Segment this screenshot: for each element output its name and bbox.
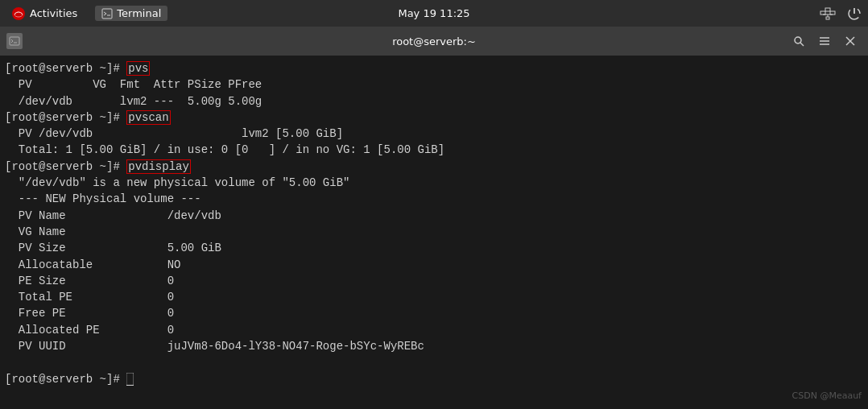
- power-icon[interactable]: [847, 6, 862, 21]
- terminal-window-icon: [6, 33, 23, 49]
- redhat-icon: [11, 6, 26, 21]
- datetime-display: May 19 11:25: [398, 7, 469, 19]
- prompt-final: [root@serverb ~]#: [5, 373, 126, 386]
- svg-line-16: [800, 43, 804, 46]
- watermark: CSDN @Meaauf: [792, 390, 862, 403]
- svg-rect-4: [826, 17, 829, 19]
- cmd-pvs: pvs: [126, 61, 150, 76]
- activities-button[interactable]: Activities: [6, 5, 82, 23]
- titlebar-controls: [787, 31, 862, 51]
- system-bar-right: [820, 6, 862, 21]
- svg-point-15: [795, 37, 801, 43]
- terminal-title: root@serverb:~: [392, 35, 476, 48]
- titlebar-left: [6, 33, 23, 49]
- terminal-taskbar-button[interactable]: Terminal: [95, 6, 167, 21]
- search-button[interactable]: [787, 31, 810, 51]
- svg-rect-13: [10, 37, 19, 45]
- search-icon: [793, 35, 804, 47]
- system-bar: Activities Terminal May 19 11:25: [0, 0, 868, 27]
- prompt-3: [root@serverb ~]#: [5, 160, 126, 173]
- terminal-content[interactable]: [root@serverb ~]# pvs PV VG Fmt Attr PSi…: [0, 56, 868, 409]
- system-bar-left: Activities Terminal: [6, 5, 167, 23]
- terminal-taskbar-label: Terminal: [117, 7, 161, 19]
- cmd-pvscan: pvscan: [126, 110, 170, 125]
- terminal-window: root@serverb:~: [0, 27, 868, 409]
- terminal-output: [root@serverb ~]# pvs PV VG Fmt Attr PSi…: [5, 60, 863, 387]
- cursor: █: [126, 373, 133, 386]
- activities-label: Activities: [30, 7, 77, 19]
- svg-rect-9: [825, 8, 830, 11]
- svg-rect-10: [830, 11, 835, 14]
- hamburger-icon: [819, 36, 830, 46]
- svg-rect-2: [102, 9, 112, 19]
- terminal-icon: [101, 8, 113, 19]
- terminal-titlebar: root@serverb:~: [0, 27, 868, 56]
- svg-rect-8: [820, 11, 825, 14]
- menu-button[interactable]: [813, 31, 836, 51]
- network-icon: [820, 6, 836, 21]
- close-button[interactable]: [839, 31, 862, 51]
- prompt-1: [root@serverb ~]#: [5, 62, 126, 75]
- cmd-pvdisplay: pvdisplay: [126, 159, 191, 174]
- prompt-2: [root@serverb ~]#: [5, 111, 126, 124]
- close-icon: [845, 36, 855, 46]
